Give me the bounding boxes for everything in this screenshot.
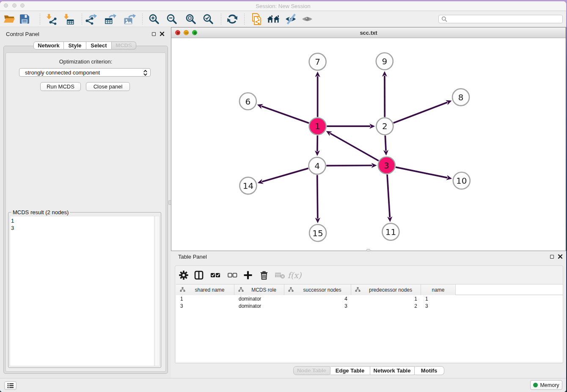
- column-header-name[interactable]: name: [421, 284, 456, 295]
- close-panel-button[interactable]: Close panel: [86, 82, 130, 91]
- table-panel-float-button[interactable]: [550, 255, 554, 259]
- zoom-selected-button[interactable]: [202, 13, 215, 25]
- task-history-button[interactable]: [4, 381, 17, 390]
- tab-select[interactable]: Select: [86, 41, 112, 50]
- close-icon: [160, 31, 165, 36]
- edge-4-15[interactable]: [317, 175, 318, 218]
- toolbar-separator: [82, 14, 82, 25]
- close-icon: [558, 254, 563, 259]
- control-panel-float-button[interactable]: [152, 32, 156, 36]
- zoom-in-icon: [149, 14, 160, 25]
- graph-node-label-9: 9: [382, 56, 387, 66]
- unselect-all-button[interactable]: [226, 269, 238, 281]
- tab-network[interactable]: Network: [33, 41, 64, 50]
- tab-mcds[interactable]: MCDS: [112, 41, 136, 50]
- column-type-icon: [288, 287, 294, 292]
- search-input[interactable]: [449, 16, 562, 22]
- network-canvas[interactable]: 1234678910111415: [171, 38, 566, 250]
- network-from-clipboard-button[interactable]: [250, 13, 263, 25]
- table-tabbar: Node TableEdge TableNetwork TableMotifs: [171, 366, 566, 375]
- edge-4-3[interactable]: [326, 166, 372, 166]
- export-image-button[interactable]: [123, 13, 136, 25]
- network-graph[interactable]: 1234678910111415: [171, 38, 566, 250]
- optimization-criterion-select[interactable]: strongly connected component: [19, 68, 151, 77]
- control-panel-close-button[interactable]: [160, 31, 165, 36]
- export-network-button[interactable]: [85, 13, 97, 25]
- edge-3-1[interactable]: [330, 133, 378, 161]
- edge-2-8[interactable]: [394, 102, 448, 123]
- memory-button[interactable]: Memory: [530, 380, 562, 390]
- table-container: f(x) shared nameMCDS rolesuccessor nodes…: [175, 265, 563, 364]
- edge-1-6[interactable]: [261, 106, 309, 123]
- zoom-in-button[interactable]: [148, 13, 160, 25]
- mcds-result-scrollbar[interactable]: [154, 216, 159, 366]
- zoom-fit-icon: [185, 14, 197, 25]
- tab-network-table[interactable]: Network Table: [370, 366, 415, 375]
- status-bar: Memory: [0, 378, 566, 392]
- show-columns-button[interactable]: [193, 269, 205, 281]
- mcds-result-title: MCDS result (2 nodes): [11, 209, 70, 215]
- graph-node-label-3: 3: [384, 160, 389, 171]
- edge-3-11[interactable]: [387, 174, 390, 217]
- table-panel-title: Table Panel: [178, 254, 207, 260]
- cell-successor-nodes: 3: [284, 303, 351, 310]
- cell-name: 3: [421, 303, 456, 310]
- canvas-scroll-handle[interactable]: [366, 249, 370, 251]
- open-folder-icon: [3, 14, 15, 24]
- cell-predecessor-nodes: 1: [351, 295, 421, 303]
- export-table-icon: [104, 13, 116, 25]
- edge-4-14[interactable]: [262, 168, 308, 182]
- table-panel-close-button[interactable]: [558, 254, 563, 259]
- graph-node-label-8: 8: [458, 92, 464, 102]
- destroy-table-button-disabled: [274, 269, 286, 281]
- add-row-button[interactable]: [242, 269, 254, 281]
- save-session-button[interactable]: [18, 13, 31, 25]
- graph-node-label-6: 6: [245, 97, 251, 107]
- table-row[interactable]: 3dominator323: [176, 303, 456, 310]
- column-header-label: successor nodes: [303, 287, 341, 293]
- column-header-MCDS-role[interactable]: MCDS role: [234, 284, 284, 295]
- export-network-icon: [85, 13, 97, 25]
- open-session-button[interactable]: [3, 13, 16, 25]
- delete-row-button[interactable]: [258, 269, 270, 281]
- graph-node-label-4: 4: [314, 161, 320, 171]
- table-mode-button[interactable]: [178, 269, 190, 281]
- export-table-button[interactable]: [104, 13, 116, 25]
- tab-motifs[interactable]: Motifs: [415, 366, 444, 375]
- mcds-result-list[interactable]: 13: [10, 216, 160, 366]
- memory-status-icon: [533, 383, 538, 387]
- edge-2-3[interactable]: [385, 135, 386, 151]
- tab-edge-table[interactable]: Edge Table: [330, 366, 370, 375]
- import-network-button[interactable]: [44, 13, 57, 25]
- column-header-predecessor-nodes[interactable]: predecessor nodes: [351, 284, 421, 295]
- table-toolbar: f(x): [175, 266, 563, 284]
- hide-selected-button[interactable]: [285, 13, 297, 25]
- import-table-button[interactable]: [62, 13, 74, 25]
- column-header-shared-name[interactable]: shared name: [176, 284, 234, 295]
- search-box[interactable]: [438, 15, 563, 23]
- show-all-button[interactable]: [301, 13, 314, 25]
- network-frame-title: scc.txt: [171, 30, 566, 36]
- run-mcds-button[interactable]: Run MCDS: [40, 82, 81, 91]
- cell-name: 1: [421, 295, 456, 303]
- zoom-out-button[interactable]: [165, 13, 178, 25]
- first-neighbors-button[interactable]: [267, 13, 280, 25]
- clipboard-network-icon: [250, 13, 262, 25]
- network-frame-titlebar[interactable]: scc.txt: [171, 28, 566, 38]
- control-panel-tabbar: NetworkStyleSelectMCDS: [33, 41, 136, 50]
- import-network-icon: [44, 13, 57, 25]
- gear-icon: [178, 270, 189, 281]
- column-header-label: shared name: [195, 287, 224, 293]
- tab-node-table[interactable]: Node Table: [293, 366, 330, 375]
- mcds-result-line: 1: [11, 217, 14, 224]
- toolbar-separator: [221, 14, 221, 25]
- table-row[interactable]: 1dominator411: [176, 295, 456, 303]
- tab-style[interactable]: Style: [64, 41, 86, 50]
- edge-3-10[interactable]: [396, 167, 447, 178]
- zoom-fit-button[interactable]: [184, 13, 197, 25]
- select-all-button[interactable]: [209, 269, 221, 281]
- graph-node-label-1: 1: [315, 121, 320, 131]
- column-header-successor-nodes[interactable]: successor nodes: [284, 284, 351, 295]
- right-column: scc.txt 1234678910111415 Table Panel: [171, 27, 566, 378]
- refresh-button[interactable]: [226, 13, 239, 25]
